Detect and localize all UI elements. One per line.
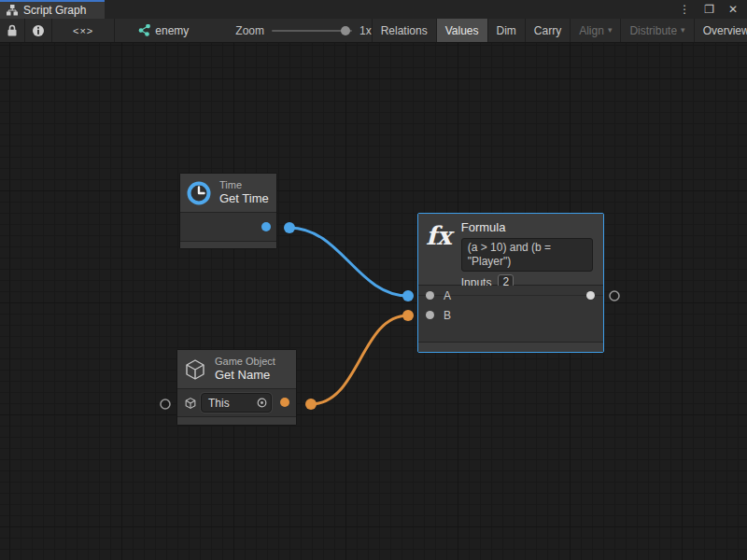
connection-time-to-formula[interactable]: [289, 228, 408, 296]
info-icon: [32, 24, 45, 37]
node-get-time[interactable]: Time Get Time: [179, 173, 277, 249]
get-time-ports: [180, 213, 276, 241]
formula-expression-input[interactable]: (a > 10) and (b = "Player"): [461, 238, 593, 272]
unit-title: Formula: [461, 220, 596, 235]
get-name-ports: This: [177, 389, 296, 416]
graph-icon: [7, 5, 18, 16]
lock-button[interactable]: [0, 19, 25, 42]
formula-input-port-a[interactable]: [426, 291, 434, 300]
align-button[interactable]: Align ▾: [570, 19, 620, 42]
formula-ports: A B: [418, 286, 603, 342]
graph-ref-icon: [137, 24, 150, 36]
graph-reference[interactable]: enemy: [128, 19, 198, 42]
target-object-value: This: [208, 397, 230, 410]
getname-input-unconnected-port[interactable]: [161, 399, 170, 409]
graph-toolbar: <×> enemy Zoom 1x Relations: [0, 19, 747, 43]
node-formula[interactable]: fx Formula (a > 10) and (b = "Player") I…: [417, 213, 604, 353]
port-label-a: A: [444, 289, 451, 302]
unit-title: Get Name: [215, 368, 275, 383]
formula-footer: [418, 342, 603, 352]
title-bar: Script Graph ⋮ ❐ ✕: [0, 0, 747, 19]
formula-output-unconnected-port[interactable]: [610, 291, 619, 301]
connection-blue-target-dot[interactable]: [402, 290, 414, 301]
maximize-icon[interactable]: ❐: [704, 4, 714, 15]
game-object-icon: [183, 357, 207, 382]
formula-output-port[interactable]: [586, 291, 595, 300]
object-picker-icon[interactable]: [257, 398, 267, 408]
zoom-slider-handle[interactable]: [341, 26, 350, 35]
target-object-field[interactable]: This: [201, 393, 272, 413]
connection-orange-target-dot[interactable]: [402, 310, 414, 321]
carry-button[interactable]: Carry: [525, 19, 570, 42]
unit-title: Get Time: [219, 191, 269, 206]
connection-blue-source-dot[interactable]: [284, 222, 295, 233]
script-graph-window: Script Graph ⋮ ❐ ✕ <×>: [0, 0, 747, 560]
zoom-control: Zoom 1x: [235, 19, 371, 42]
chevron-down-icon: ▾: [681, 26, 685, 35]
get-time-footer: [180, 241, 276, 248]
connection-getname-to-formula[interactable]: [311, 315, 408, 404]
port-row-a: A: [418, 286, 603, 305]
formula-input-port-b[interactable]: [426, 311, 434, 319]
port-label-b: B: [444, 309, 451, 322]
game-object-mini-icon: [184, 397, 197, 410]
get-name-output-port[interactable]: [280, 398, 289, 407]
formula-header: fx Formula (a > 10) and (b = "Player") I…: [418, 214, 603, 286]
zoom-value: 1x: [359, 24, 372, 37]
chevron-down-icon: ▾: [608, 26, 613, 35]
relations-button[interactable]: Relations: [372, 19, 436, 42]
zoom-slider[interactable]: [272, 30, 352, 32]
get-time-output-port[interactable]: [261, 222, 271, 231]
view-source-button[interactable]: <×>: [52, 19, 115, 42]
tab-title: Script Graph: [23, 4, 86, 17]
unit-category: Game Object: [215, 356, 275, 368]
port-row-b: B: [418, 305, 603, 325]
close-icon[interactable]: ✕: [728, 4, 738, 15]
get-name-header: Game Object Get Name: [177, 350, 296, 389]
overview-button[interactable]: Overview: [694, 19, 747, 42]
info-button[interactable]: [25, 19, 52, 42]
unit-category: Time: [219, 179, 269, 191]
values-button[interactable]: Values: [436, 19, 487, 42]
lock-icon: [7, 24, 18, 36]
get-name-footer: [177, 416, 296, 425]
dim-button[interactable]: Dim: [487, 19, 525, 42]
connections-layer: [0, 43, 747, 560]
tab-script-graph[interactable]: Script Graph: [0, 0, 105, 19]
window-controls: ⋮ ❐ ✕: [679, 0, 747, 19]
formula-fx-icon: fx: [426, 222, 452, 250]
get-time-header: Time Get Time: [180, 174, 276, 213]
window-menu-icon[interactable]: ⋮: [679, 4, 690, 15]
toolbar-buttons: Relations Values Dim Carry Align ▾ Distr…: [372, 19, 747, 42]
zoom-label: Zoom: [235, 24, 264, 37]
graph-name-label: enemy: [155, 24, 189, 37]
clock-icon: [186, 180, 212, 206]
graph-canvas[interactable]: Time Get Time fx Formula (a > 10) and (b…: [0, 43, 747, 560]
connection-orange-source-dot[interactable]: [305, 399, 317, 410]
node-get-name[interactable]: Game Object Get Name This: [176, 349, 297, 426]
distribute-button[interactable]: Distribute ▾: [620, 19, 693, 42]
